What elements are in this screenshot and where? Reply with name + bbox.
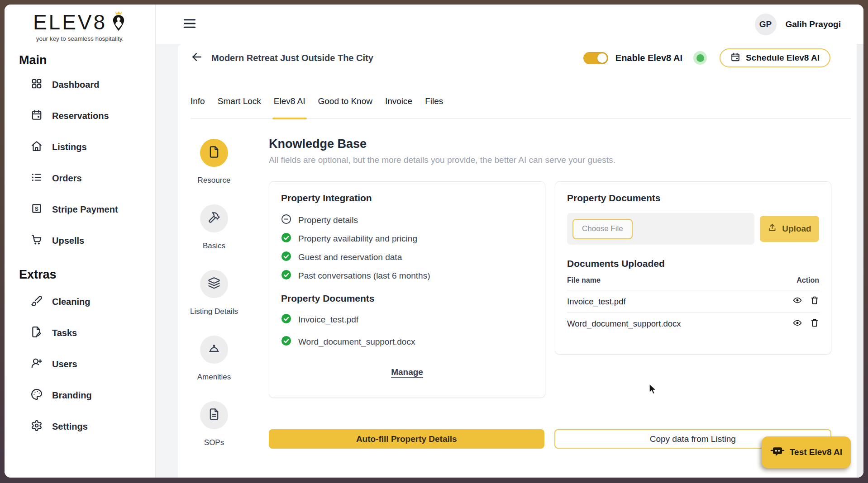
- gear-icon: [31, 420, 43, 434]
- enable-ai-label: Enable Elev8 AI: [615, 53, 682, 63]
- hamburger-menu-icon[interactable]: [183, 18, 196, 31]
- palette-icon: [31, 388, 43, 402]
- dashboard-icon: [31, 78, 43, 92]
- manage-link[interactable]: Manage: [391, 367, 423, 377]
- user-plus-icon: [31, 357, 43, 371]
- integration-item-label: Past conversations (last 6 months): [298, 271, 430, 281]
- file-text-icon: [208, 408, 220, 422]
- sidebar-item-label: Upsells: [52, 236, 84, 246]
- workspace: Modern Retreat Just Outside The City Ena…: [156, 44, 863, 478]
- app-window: ELEV8 your key to seamless hospitality. …: [5, 5, 863, 478]
- integration-item-label: Guest and reservation data: [298, 252, 402, 262]
- delete-file-icon[interactable]: [810, 318, 819, 330]
- sidebar-item-stripe-payment[interactable]: S Stripe Payment: [5, 194, 155, 225]
- sidebar-item-dashboard[interactable]: Dashboard: [5, 69, 155, 100]
- schedule-button-label: Schedule Elev8 AI: [746, 53, 820, 63]
- sidebar-item-orders[interactable]: Orders: [5, 163, 155, 194]
- avatar[interactable]: GP: [755, 14, 777, 35]
- sidebar-item-tasks[interactable]: Tasks: [5, 317, 155, 349]
- sidebar-item-label: Dashboard: [52, 80, 99, 90]
- calendar-icon: [31, 109, 43, 123]
- sidebar-item-users[interactable]: Users: [5, 349, 155, 380]
- footer-actions: Auto-fill Property Details Copy data fro…: [269, 429, 831, 449]
- step-basics[interactable]: Basics: [200, 204, 228, 251]
- tab-content: Resource Basics Listing Details Ame: [178, 119, 863, 467]
- step-amenities[interactable]: Amenities: [197, 336, 231, 382]
- integration-item: Property details: [281, 211, 533, 229]
- delete-file-icon[interactable]: [810, 296, 819, 307]
- file-icon: [208, 146, 220, 160]
- tab-smart-lock[interactable]: Smart Lock: [218, 96, 261, 118]
- window-frame: ELEV8 your key to seamless hospitality. …: [0, 0, 868, 483]
- check-circle-icon: [281, 336, 291, 348]
- tab-good-to-know[interactable]: Good to Know: [318, 96, 372, 118]
- check-circle-icon: [281, 270, 291, 282]
- integration-item: Property availability and pricing: [281, 229, 533, 248]
- layers-icon: [208, 277, 220, 291]
- integration-document-label: Invoice_test.pdf: [298, 315, 358, 325]
- tab-files[interactable]: Files: [425, 96, 443, 118]
- sidebar-item-cleaning[interactable]: Cleaning: [5, 286, 155, 317]
- sidebar-item-listings[interactable]: Listings: [5, 132, 155, 163]
- page-title: Modern Retreat Just Outside The City: [211, 53, 373, 63]
- sidebar-item-upsells[interactable]: Upsells: [5, 225, 155, 256]
- enable-ai-toggle[interactable]: [583, 52, 608, 64]
- cloche-icon: [208, 342, 220, 357]
- check-circle-icon: [281, 232, 291, 245]
- knowledge-base-section: Knowledge Base All fields are optional, …: [269, 119, 831, 467]
- cart-icon: [31, 234, 43, 248]
- step-sops[interactable]: SOPs: [200, 401, 228, 447]
- user-name: Galih Prayogi: [786, 19, 841, 29]
- step-listing-details[interactable]: Listing Details: [190, 270, 238, 316]
- file-input[interactable]: Choose File: [567, 213, 754, 245]
- sidebar-item-reservations[interactable]: Reservations: [5, 100, 155, 132]
- step-resource[interactable]: Resource: [198, 139, 231, 185]
- ai-status-indicator: [693, 51, 707, 65]
- table-row: Invoice_test.pdf: [567, 290, 819, 313]
- tab-elev8-ai[interactable]: Elev8 AI: [274, 96, 305, 118]
- scrollbar[interactable]: [857, 44, 863, 478]
- section-title: Knowledge Base: [269, 137, 831, 151]
- view-file-icon[interactable]: [793, 296, 802, 307]
- tab-bar: Info Smart Lock Elev8 AI Good to Know In…: [191, 96, 851, 119]
- step-label: Listing Details: [190, 307, 238, 316]
- integration-item-label: Property details: [298, 215, 358, 225]
- autofill-property-details-button[interactable]: Auto-fill Property Details: [269, 429, 544, 449]
- section-subtitle: All fields are optional, but the more de…: [269, 155, 831, 165]
- integration-item-label: Property availability and pricing: [298, 234, 417, 244]
- back-arrow-icon[interactable]: [191, 51, 203, 65]
- file-name: Invoice_test.pdf: [567, 297, 626, 307]
- check-circle-icon: [281, 313, 291, 326]
- sidebar-item-label: Settings: [52, 421, 88, 432]
- test-elev8-ai-button[interactable]: Test Elev8 AI: [762, 436, 851, 468]
- choose-file-button[interactable]: Choose File: [572, 219, 633, 239]
- integration-document: Invoice_test.pdf: [281, 308, 533, 331]
- sidebar-item-label: Cleaning: [52, 297, 90, 307]
- check-circle-icon: [281, 251, 291, 264]
- stepper: Resource Basics Listing Details Ame: [178, 119, 250, 467]
- sidebar-item-settings[interactable]: Settings: [5, 411, 155, 442]
- sidebar-item-branding[interactable]: Branding: [5, 380, 155, 411]
- calendar-icon: [730, 52, 740, 64]
- sidebar-item-label: Tasks: [52, 328, 77, 338]
- integration-item: Guest and reservation data: [281, 248, 533, 266]
- nav-heading-extras: Extras: [19, 267, 155, 282]
- step-label: SOPs: [204, 438, 224, 447]
- nav-main: Dashboard Reservations Listings Orders S…: [5, 69, 155, 256]
- sidebar-item-label: Branding: [52, 390, 92, 401]
- schedule-elev8-ai-button[interactable]: Schedule Elev8 AI: [720, 48, 830, 67]
- nav-heading-main: Main: [19, 53, 155, 67]
- page-header: Modern Retreat Just Outside The City Ena…: [178, 44, 863, 68]
- tab-info[interactable]: Info: [191, 96, 205, 118]
- upload-button[interactable]: Upload: [760, 216, 819, 242]
- tab-invoice[interactable]: Invoice: [385, 96, 412, 118]
- logo-pin-icon: [110, 11, 127, 34]
- main-area: GP Galih Prayogi Modern Retreat Just Out…: [156, 5, 863, 478]
- property-integration-card: Property Integration Property details Pr…: [269, 181, 545, 398]
- sidebar-item-label: Reservations: [52, 111, 109, 121]
- view-file-icon[interactable]: [793, 318, 802, 330]
- hammer-icon: [208, 211, 220, 226]
- integration-document-label: Word_document_support.docx: [298, 337, 415, 347]
- step-label: Resource: [198, 176, 231, 185]
- upload-button-label: Upload: [782, 224, 811, 234]
